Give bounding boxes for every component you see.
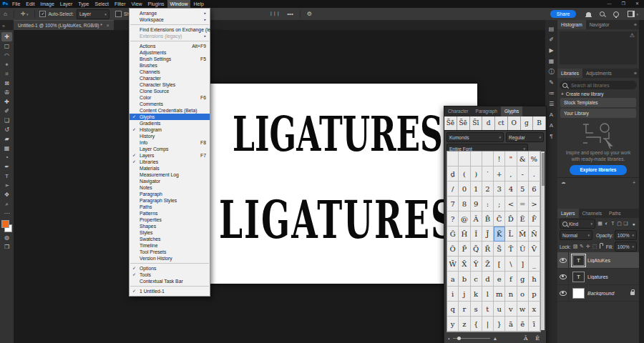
glyph-cell[interactable]: b [459, 272, 470, 287]
move-tool-icon[interactable]: ✛ ▾ [21, 8, 29, 21]
photoshop-logo[interactable]: Ps [1, 1, 9, 7]
glyph-cell[interactable]: x [529, 302, 540, 317]
library-item-your-library[interactable]: Your Library [560, 109, 636, 118]
panel-menu-icon[interactable]: ≡ [634, 20, 639, 29]
menu-item-content-credentials-beta[interactable]: Content Credentials (Beta) [130, 107, 210, 114]
filter-toggle-icon[interactable]: ● [630, 222, 637, 227]
close-tab-icon[interactable]: × [107, 23, 109, 28]
home-icon[interactable]: ⌂ [4, 8, 7, 20]
glyph-cell[interactable]: & [517, 151, 529, 166]
glyph-cell[interactable]: c [471, 272, 482, 287]
menu-item-paths[interactable]: Paths [130, 204, 210, 210]
menu-item-arrange[interactable]: Arrange▸ [130, 10, 210, 16]
glyph-cell[interactable]: r [459, 302, 470, 317]
glyph-cell[interactable]: Ī [471, 227, 482, 242]
quick-mask-button[interactable]: ◍ [1, 233, 12, 242]
menu-item-paragraph[interactable]: Paragraph [130, 191, 210, 197]
glyph-cell[interactable]: V̄ [529, 242, 540, 257]
glyph-cell[interactable] [471, 151, 482, 166]
glyph-cell[interactable]: , [505, 166, 517, 182]
glyphs-font-dropdown[interactable]: Kumonds▾ [447, 132, 504, 142]
glyph-cell[interactable]: ) [471, 166, 482, 182]
menu-item-notes[interactable]: Notes [130, 184, 210, 191]
tab-histogram[interactable]: Histogram [557, 20, 586, 29]
hand-tool[interactable]: ✥ [1, 190, 12, 199]
glyph-cell[interactable]: H̄ [459, 227, 470, 242]
glyph-cell[interactable]: s [471, 302, 482, 317]
menu-item-timeline[interactable]: Timeline [130, 242, 210, 249]
edit-toolbar[interactable]: ⋯ [1, 209, 12, 218]
tab-layers[interactable]: Layers [557, 209, 579, 218]
glyph-cell[interactable]: 4 [505, 182, 517, 197]
tab-libraries[interactable]: Libraries [557, 69, 582, 78]
glyph-cell[interactable]: ī [529, 317, 540, 332]
blur-tool[interactable]: ◔ [1, 153, 12, 162]
tab-paragraph[interactable]: Paragraph [472, 106, 501, 116]
blend-mode-dropdown[interactable]: Normal▾ [560, 230, 592, 240]
glyph-cell[interactable]: w [517, 302, 529, 317]
glyph-cell[interactable]: M̄ [517, 227, 529, 242]
menu-item-workspace[interactable]: Workspace▸ [130, 16, 210, 23]
menu-item-styles[interactable]: Styles [130, 229, 210, 236]
glyph-cell[interactable]: Ȳ [471, 257, 482, 272]
menu-item-properties[interactable]: Properties [130, 217, 210, 223]
glyph-cell[interactable]: X̄ [459, 257, 470, 272]
lock-artboard-icon[interactable]: ⬚ [592, 244, 598, 249]
menu-item-version-history[interactable]: Version History [130, 255, 210, 262]
glyph-cell[interactable]: B̄ [482, 212, 494, 227]
menu-filter[interactable]: Filter [112, 0, 129, 8]
menu-item-history[interactable]: History [130, 133, 210, 139]
menu-item-layers[interactable]: ✓LayersF7 [130, 152, 210, 159]
menu-item-channels[interactable]: Channels [130, 69, 210, 75]
glyph-cell[interactable]: p [529, 287, 540, 302]
menu-item-adjustments[interactable]: Adjustments [130, 49, 210, 56]
glyph-cell[interactable]: Z̄ [482, 257, 494, 272]
visibility-toggle[interactable] [557, 252, 569, 268]
glyph-cell[interactable]: J̄ [482, 227, 494, 242]
menu-window[interactable]: Window [167, 0, 191, 8]
type-tool[interactable]: T [1, 172, 12, 181]
path-selection-tool[interactable]: ➢ [1, 181, 12, 190]
glyph-cell[interactable]: Ē [517, 212, 529, 227]
menu-image[interactable]: Image [37, 0, 57, 8]
glyph-cell[interactable]: ( [459, 166, 470, 182]
notifications-bell-icon[interactable] [586, 12, 591, 16]
glyph-cell[interactable]: i [447, 287, 459, 302]
brush-tool[interactable]: ✐ [1, 106, 12, 116]
collapsed-clone-source-icon[interactable]: ▤ [545, 24, 557, 34]
ideas-bulb-icon[interactable] [613, 11, 619, 17]
glyph-cell[interactable]: Q̄ [471, 242, 482, 257]
recent-glyph-cell[interactable]: S̄ē [444, 116, 457, 130]
glyph-cell[interactable]: N̄ [529, 227, 540, 242]
panel-menu-icon[interactable]: ≡ [634, 69, 639, 78]
collapsed-paragraph-styles-icon[interactable]: A [545, 120, 557, 131]
pen-tool[interactable]: ✒ [1, 162, 12, 172]
lock-all-icon[interactable] [600, 245, 600, 249]
crop-tool[interactable]: ⌗ [1, 69, 12, 79]
fill-dropdown[interactable]: 100%▾ [615, 242, 637, 252]
glyph-zoom-slider[interactable] [453, 338, 490, 339]
align-icons[interactable]: ❘❘❘ [269, 8, 280, 20]
canvas[interactable]: LIGATURES LIGATURES [198, 84, 477, 284]
recent-glyph-cell[interactable]: S̄ē [457, 116, 470, 130]
menu-item-swatches[interactable]: Swatches [130, 236, 210, 242]
tab-character[interactable]: Character [444, 106, 472, 116]
add-library-plus-icon[interactable]: + [633, 180, 635, 185]
menu-item-clone-source[interactable]: Clone Source [130, 88, 210, 94]
glyph-cell[interactable]: ā [505, 317, 517, 332]
menu-item-layer-comps[interactable]: Layer Comps [130, 146, 210, 152]
lasso-tool[interactable]: ◠ [1, 51, 12, 60]
layer-row-background[interactable]: Background [557, 285, 639, 302]
tab-glyphs[interactable]: Glyphs [501, 106, 522, 116]
glyph-cell[interactable]: @ [459, 212, 470, 227]
glyph-cell[interactable]: j [459, 287, 470, 302]
eraser-tool[interactable]: ▰ [1, 134, 12, 144]
menu-help[interactable]: Help [190, 0, 206, 8]
library-item-stock-templates[interactable]: Stock Templates [560, 98, 636, 107]
search-icon[interactable] [600, 11, 605, 16]
explore-libraries-button[interactable]: Explore libraries [570, 165, 627, 175]
glyph-cell[interactable] [459, 151, 470, 166]
lock-position-icon[interactable]: ✛ [585, 244, 592, 249]
menu-item-character-styles[interactable]: Character Styles [130, 81, 210, 88]
glyph-cell[interactable]: L̄ [505, 227, 517, 242]
